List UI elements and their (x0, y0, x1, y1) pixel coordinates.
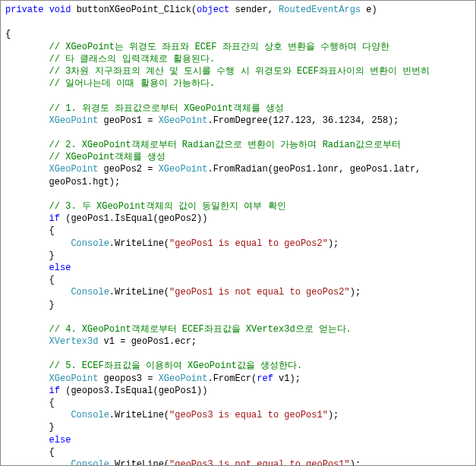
brace: { (49, 275, 55, 285)
type-xgeopoint: XGeoPoint (159, 164, 208, 175)
code-text: (geoPos1.IsEqual(geoPos2)) (60, 213, 207, 224)
code-text: .WriteLine( (109, 287, 169, 298)
code-text: .FromEcr( (207, 373, 257, 384)
comment-line: // XGeoPoint객체를 생성 (49, 152, 166, 162)
code-text: .FromRadian(geoPos1.lonr, geoPos1.latr, (207, 164, 421, 175)
paren-open: ( (191, 5, 197, 15)
code-text: geoPos2 = (98, 164, 158, 175)
code-text: v1 = geoPos1.ecr; (98, 336, 197, 347)
type-console: Console (71, 410, 109, 420)
code-text: .WriteLine( (109, 238, 169, 249)
code-text: .WriteLine( (109, 459, 169, 466)
brace: } (49, 250, 55, 261)
code-text: ); (328, 410, 339, 420)
space (43, 5, 49, 15)
type-console: Console (71, 459, 109, 466)
param-sender: sender, (229, 5, 279, 15)
type-xgeopoint: XGeoPoint (159, 115, 208, 126)
string-literal: "geoPos1 is equal to geoPos2" (169, 238, 328, 249)
comment-line: // 3차원 지구좌표의 계산 및 도시를 수행 시 위경도와 ECEF좌표사이… (49, 66, 430, 77)
method-name (71, 5, 76, 15)
type-xgeopoint: XGeoPoint (49, 373, 99, 384)
string-literal: "geoPos3 is equal to geoPos1" (169, 410, 328, 420)
keyword-object: object (197, 5, 229, 15)
code-block: private void buttonXGeoPoint_Click(objec… (0, 0, 476, 466)
code-text: ); (350, 459, 361, 466)
brace: } (49, 422, 55, 433)
code-text: ); (328, 238, 339, 249)
code-text: ); (350, 287, 361, 298)
type-xvertex3d: XVertex3d (49, 336, 99, 347)
comment-line: // 3. 두 XGeoPoint객체의 값이 동일한지 여부 확인 (49, 201, 286, 212)
code-text: (geopos3.IsEqual(geoPos1)) (60, 386, 207, 396)
code-text: geoPos1 = (98, 115, 158, 126)
code-text: .FromDegree(127.123, 36.1234, 258); (207, 115, 399, 126)
comment-line: // 4. XGeoPoint객체로부터 ECEF좌표값을 XVertex3d으… (49, 324, 351, 335)
keyword-void: void (49, 5, 71, 15)
brace-open: { (5, 29, 11, 39)
method-name-text: buttonXGeoPoint_Click (77, 5, 191, 15)
brace: { (49, 225, 55, 236)
param-e: e) (361, 5, 377, 15)
type-xgeopoint: XGeoPoint (49, 164, 99, 175)
comment-line: // XGeoPoint는 위경도 좌표와 ECEF 좌표간의 상호 변환을 수… (49, 42, 390, 52)
comment-line: // 1. 위경도 좌표값으로부터 XGeoPoint객체를 생성 (49, 103, 285, 114)
comment-line: // 일어나는데 이때 활용이 가능하다. (49, 78, 215, 89)
code-text: .WriteLine( (109, 410, 169, 420)
brace: { (49, 447, 55, 458)
brace: { (49, 398, 55, 408)
keyword-else: else (49, 435, 71, 446)
keyword-private: private (5, 5, 43, 15)
keyword-else: else (49, 263, 71, 273)
code-text: geopos3 = (98, 373, 158, 384)
brace: } (49, 300, 55, 310)
code-text: v1); (273, 373, 301, 384)
string-literal: "geoPos1 is not equal to geoPos2" (169, 287, 350, 298)
comment-line: // 2. XGeoPoint객체로부터 Radian값으로 변환이 가능하며 … (49, 140, 401, 150)
keyword-if: if (49, 213, 60, 224)
code-text: geoPos1.hgt); (49, 177, 121, 187)
comment-line: // 5. ECEF좌표값을 이용하여 XGeoPoint값을 생성한다. (49, 361, 303, 371)
type-xgeopoint: XGeoPoint (159, 373, 208, 384)
type-console: Console (71, 287, 109, 298)
type-console: Console (71, 238, 109, 249)
string-literal: "geoPos3 is not equal to geoPos1" (169, 459, 350, 466)
type-xgeopoint: XGeoPoint (49, 115, 99, 126)
comment-line: // 타 클래스의 입력객체로 활용된다. (49, 54, 215, 65)
type-routedeventargs: RoutedEventArgs (279, 5, 361, 15)
keyword-if: if (49, 386, 60, 396)
keyword-ref: ref (257, 373, 273, 384)
